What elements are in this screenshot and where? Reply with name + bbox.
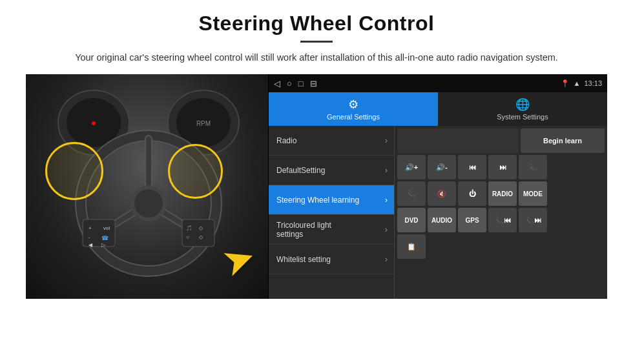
svg-text:RPM: RPM	[196, 120, 211, 127]
system-settings-icon: 🌐	[515, 97, 530, 112]
radio-button[interactable]: RADIO	[488, 181, 517, 206]
dvd-label: DVD	[404, 217, 418, 224]
phone-next-icon: 📞⏭	[525, 216, 541, 225]
phone-next-button[interactable]: 📞⏭	[519, 208, 547, 232]
location-icon: 📍	[561, 79, 570, 88]
svg-text:◀: ◀	[88, 242, 93, 248]
menu-item-steering-wheel-learning[interactable]: Steering Wheel learning ›	[269, 185, 394, 215]
tab-system-label: System Settings	[497, 113, 548, 121]
menu-icon[interactable]: ⊟	[310, 79, 317, 88]
svg-text:-: -	[88, 234, 90, 240]
nav-icons: ◁ ○ □ ⊟	[274, 79, 317, 88]
car-background: ● RPM	[26, 74, 268, 299]
content-row: ● RPM	[26, 74, 607, 299]
menu-default-label: DefaultSetting	[276, 166, 325, 175]
playlist-icon: 📋	[407, 243, 416, 251]
mode-label: MODE	[523, 190, 543, 197]
empty-input-box	[397, 128, 519, 153]
svg-text:vol: vol	[103, 225, 110, 231]
svg-text:◇: ◇	[199, 234, 203, 240]
ctrl-row-4: DVD AUDIO GPS 📞⏮ 📞⏭	[397, 208, 605, 232]
svg-text:○: ○	[186, 234, 189, 240]
svg-text:☎: ☎	[101, 235, 109, 241]
highlight-circle-left	[45, 142, 103, 200]
gps-label: GPS	[465, 217, 479, 224]
ctrl-row-2: 🔊+ 🔊- ⏮ ⏭ 📞	[397, 155, 605, 179]
main-content: Radio › DefaultSetting › Steering Wheel …	[269, 126, 607, 299]
menu-item-whitelist[interactable]: Whitelist setting ›	[269, 245, 394, 274]
car-image-panel: ● RPM	[26, 74, 268, 299]
general-settings-icon: ⚙	[348, 97, 358, 112]
ctrl-row-1: Begin learn	[397, 128, 605, 153]
signal-icon: ▲	[574, 79, 581, 87]
menu-list: Radio › DefaultSetting › Steering Wheel …	[269, 126, 395, 299]
menu-whitelist-label: Whitelist setting	[276, 255, 331, 264]
svg-text:◇: ◇	[199, 225, 203, 231]
status-bar: ◁ ○ □ ⊟ 📍 ▲ 13:13	[269, 74, 607, 92]
back-icon[interactable]: ◁	[274, 79, 280, 88]
tab-general-label: General Settings	[327, 113, 380, 121]
home-icon[interactable]: ○	[287, 79, 292, 88]
menu-steering-label: Steering Wheel learning	[276, 196, 359, 205]
svg-text:●: ●	[91, 117, 96, 128]
recents-icon[interactable]: □	[298, 79, 304, 88]
tab-bar: ⚙ General Settings 🌐 System Settings	[269, 92, 607, 126]
power-button[interactable]: ⏻	[458, 181, 486, 206]
page-container: Steering Wheel Control Your original car…	[0, 0, 633, 305]
gps-button[interactable]: GPS	[458, 208, 486, 232]
chevron-icon-whitelist: ›	[385, 254, 388, 264]
mode-button[interactable]: MODE	[519, 181, 547, 206]
phone-answer-icon: 📞	[528, 163, 537, 172]
title-divider	[300, 41, 333, 43]
begin-learn-button[interactable]: Begin learn	[521, 128, 605, 153]
mute-icon: 🔇	[437, 190, 446, 198]
svg-rect-17	[83, 219, 115, 247]
playlist-button[interactable]: 📋	[397, 234, 426, 259]
prev-track-icon: ⏮	[469, 163, 476, 171]
svg-text:▷: ▷	[101, 242, 106, 248]
menu-radio-label: Radio	[276, 136, 296, 145]
svg-point-16	[134, 189, 163, 217]
volume-up-button[interactable]: 🔊+	[397, 155, 426, 179]
radio-label: RADIO	[492, 190, 513, 197]
menu-item-radio[interactable]: Radio ›	[269, 126, 394, 156]
chevron-icon-tricoloured: ›	[385, 225, 388, 234]
phone-answer-button[interactable]: 📞	[519, 155, 547, 179]
mute-button[interactable]: 🔇	[428, 181, 456, 206]
phone-prev-icon: 📞⏮	[495, 216, 511, 225]
dvd-button[interactable]: DVD	[397, 208, 426, 232]
phone-hangup-button[interactable]: 📞	[397, 181, 426, 206]
svg-rect-24	[182, 219, 214, 247]
next-track-button[interactable]: ⏭	[488, 155, 517, 179]
android-panel: ◁ ○ □ ⊟ 📍 ▲ 13:13 ⚙ General Settings	[268, 74, 607, 299]
status-right: 📍 ▲ 13:13	[561, 79, 602, 88]
menu-item-tricoloured[interactable]: Tricoloured lightsettings ›	[269, 215, 394, 245]
time-display: 13:13	[584, 79, 602, 87]
ctrl-row-5: 📋	[397, 234, 605, 259]
prev-track-button[interactable]: ⏮	[458, 155, 486, 179]
volume-down-button[interactable]: 🔊-	[428, 155, 456, 179]
ctrl-row-3: 📞 🔇 ⏻ RADIO MODE	[397, 181, 605, 206]
tab-general-settings[interactable]: ⚙ General Settings	[269, 92, 438, 126]
page-subtitle: Your original car's steering wheel contr…	[52, 50, 581, 65]
volume-up-icon: 🔊+	[405, 163, 418, 172]
power-icon: ⏻	[469, 190, 476, 197]
title-section: Steering Wheel Control Your original car…	[26, 12, 607, 65]
phone-hangup-icon: 📞	[407, 190, 416, 198]
chevron-icon-radio: ›	[385, 136, 388, 145]
svg-text:🎵: 🎵	[186, 225, 192, 231]
phone-prev-button[interactable]: 📞⏮	[488, 208, 517, 232]
chevron-icon-steering: ›	[385, 195, 388, 205]
control-grid: Begin learn 🔊+ 🔊- ⏮	[395, 126, 607, 299]
chevron-icon-default: ›	[385, 165, 388, 175]
next-track-icon: ⏭	[499, 163, 506, 171]
tab-system-settings[interactable]: 🌐 System Settings	[438, 92, 607, 126]
svg-text:+: +	[88, 225, 92, 231]
menu-item-default-setting[interactable]: DefaultSetting ›	[269, 156, 394, 185]
page-title: Steering Wheel Control	[26, 12, 607, 35]
audio-button[interactable]: AUDIO	[428, 208, 456, 232]
volume-down-icon: 🔊-	[436, 163, 448, 172]
highlight-circle-right	[168, 144, 223, 199]
menu-tricoloured-label: Tricoloured lightsettings	[276, 221, 331, 239]
audio-label: AUDIO	[431, 217, 452, 224]
